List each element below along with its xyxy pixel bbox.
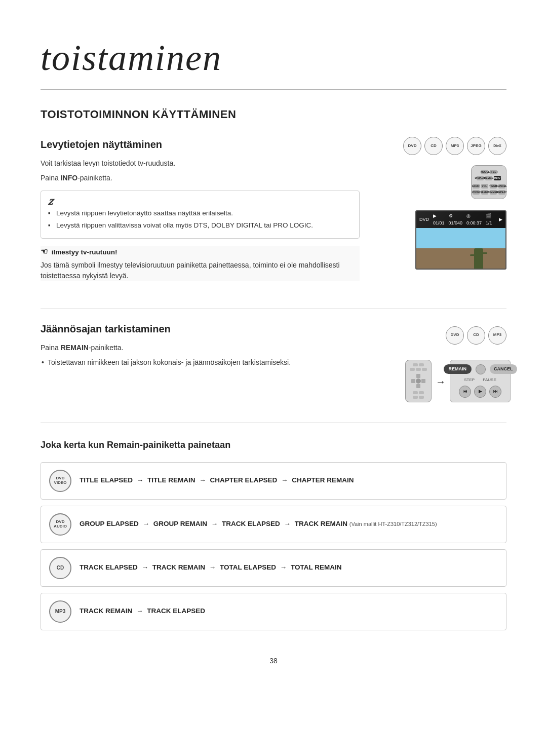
info-label: INFO [61, 174, 77, 182]
remain-diagram: → REMAIN CANCEL STEP PAUSE ⏮ ▶ [405, 360, 506, 402]
rb-mode-btn: MODE [481, 170, 488, 174]
note-icon: 𝒁 [48, 198, 53, 206]
remain-button-panel: REMAIN CANCEL STEP PAUSE ⏮ ▶ ⏭ [450, 360, 511, 402]
flow-text-mp3: TRACK REMAIN → TRACK ELAPSED [80, 606, 498, 616]
tv-screen-1: DVD ▶ 01/01 ⚙ 01/040 ◎ 0:00:37 🎬 1/1 ▶ [415, 210, 506, 270]
sr-dpad [411, 374, 425, 388]
sr-btn5 [422, 368, 427, 371]
disc-icon-mp3: MP3 [446, 137, 464, 155]
sr-btn1 [413, 363, 418, 366]
sr-btn3 [410, 368, 415, 371]
step-label: STEP [464, 377, 475, 383]
flow-section-title: Joka kerta kun Remain-painiketta paineta… [41, 438, 506, 452]
rb-device-btn: DEVICE [485, 176, 492, 180]
page-title: toistaminen [41, 30, 506, 90]
arrow-indicator: → [436, 374, 446, 389]
section-divider-2 [41, 423, 506, 423]
sr-btn6 [413, 391, 418, 394]
rb-display-btn: DISPLAY [477, 176, 484, 180]
rb-vol-btn: VOL [481, 184, 488, 188]
subsection-title-levytietojen: Levytietojen näyttäminen [41, 137, 360, 152]
flow-row-dvd-video: DVD VIDEO TITLE ELAPSED → TITLE REMAIN →… [41, 462, 506, 500]
disc-icons-row-2: DVD CD MP3 [446, 326, 506, 345]
warning-box: ☜ ilmestyy tv-ruutuun! Jos tämä symboli … [41, 246, 360, 281]
flow-text-cd: TRACK ELAPSED → TRACK REMAIN → TOTAL ELA… [80, 562, 498, 573]
disc-icon-cd-2: CD [467, 326, 485, 345]
disc-icons-row-1: DVD CD MP3 JPEG DivX [403, 137, 506, 155]
disc-icon-dvd: DVD [403, 137, 421, 155]
next-btn: ⏭ [489, 386, 501, 398]
sr-btn4 [416, 368, 421, 371]
tv-status-bar: DVD ▶ 01/01 ⚙ 01/040 ◎ 0:00:37 🎬 1/1 ▶ [416, 211, 505, 228]
rb-repeat-btn: REPEAT [498, 190, 505, 195]
flow-text-dvd-audio: GROUP ELAPSED → GROUP REMAIN → TRACK ELA… [80, 519, 498, 529]
cactus-graphic [474, 248, 483, 269]
flow-section: Joka kerta kun Remain-painiketta paineta… [41, 438, 506, 630]
disc-icon-jpeg: JPEG [467, 137, 485, 155]
flow-disc-icon-dvd-video: DVD VIDEO [49, 470, 71, 492]
rb-dimmer-btn: DIMMER [490, 190, 497, 195]
paina-info: Paina INFO-painiketta. [41, 173, 360, 183]
cancel-btn: CANCEL [490, 364, 517, 374]
warning-title-text: ilmestyy tv-ruutuun! [52, 248, 118, 256]
rb-cancel-btn: CANCEL [498, 184, 505, 188]
warning-body: Jos tämä symboli ilmestyy televisioruutu… [41, 260, 360, 281]
prev-btn: ⏮ [459, 386, 471, 398]
bullet-item-0: Toistettavan nimikkeen tai jakson kokona… [41, 357, 360, 368]
rb-echo-btn: ECHO [473, 184, 480, 188]
rb-zoom-btn: ZOOM [473, 190, 480, 195]
note-item-1: Levystä riippuen valittavissa voivat oll… [48, 220, 352, 231]
disc-icon-divx: DivX [488, 137, 506, 155]
flow-row-mp3: MP3 TRACK REMAIN → TRACK ELAPSED [41, 593, 506, 630]
paina-remain: Paina REMAIN-painiketta. [41, 343, 360, 353]
disc-icon-mp3-2: MP3 [488, 326, 506, 345]
remote-sketch-1: MODE EFFECT DISPLAY DEVICE INFO ECHO VOL… [471, 165, 506, 199]
subsection-title-jaannosajan: Jäännösajan tarkistaminen [41, 321, 360, 336]
bullet-list: Toistettavan nimikkeen tai jakson kokona… [41, 357, 360, 368]
page-number: 38 [41, 656, 506, 666]
flow-row-dvd-audio: DVD AUDIO GROUP ELAPSED → GROUP REMAIN →… [41, 506, 506, 543]
small-remote-left [405, 360, 432, 402]
flow-disc-icon-cd: CD [49, 557, 71, 579]
remain-btn-primary: REMAIN [444, 364, 472, 374]
disc-icon-cd: CD [424, 137, 443, 155]
remain-circle-1 [476, 364, 486, 374]
sr-btn7 [419, 391, 424, 394]
disc-icon-dvd-2: DVD [446, 326, 464, 345]
rb-timer-btn: TIMER [490, 184, 497, 188]
body-text-1: Voit tarkistaa levyn toistotiedot tv-ruu… [41, 158, 360, 169]
section-heading: TOISTOTOIMINNON KÄYTTÄMINEN [41, 106, 506, 123]
flow-row-cd: CD TRACK ELAPSED → TRACK REMAIN → TOTAL … [41, 549, 506, 587]
tv-image [416, 228, 505, 269]
sr-vol [413, 396, 424, 399]
pause-label: PAUSE [483, 377, 496, 383]
rb-info-btn: INFO [494, 176, 501, 180]
note-box: 𝒁 Levystä riippuen levytietonäyttö saatt… [41, 191, 360, 239]
rb-effect-btn: EFFECT [490, 170, 497, 174]
hand-icon: ☜ [41, 246, 48, 258]
flow-text-dvd-video: TITLE ELAPSED → TITLE REMAIN → CHAPTER E… [80, 475, 498, 485]
flow-disc-icon-dvd-audio: DVD AUDIO [49, 513, 71, 536]
sr-btn2 [419, 363, 424, 366]
rb-sleep-btn: SLEEP [481, 190, 488, 195]
flow-disc-icon-mp3: MP3 [49, 600, 71, 623]
remain-label: REMAIN [61, 344, 89, 352]
section-divider-1 [41, 309, 506, 309]
note-item-0: Levystä riippuen levytietonäyttö saattaa… [48, 208, 352, 218]
play-btn: ▶ [474, 386, 486, 398]
